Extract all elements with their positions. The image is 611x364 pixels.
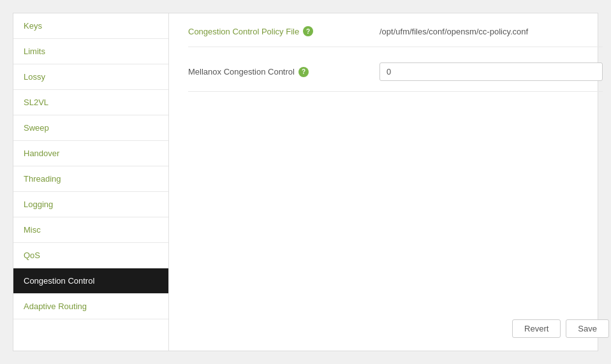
sidebar-item-adaptive-routing[interactable]: Adaptive Routing — [13, 294, 168, 319]
mellanox-cc-row: Mellanox Congestion Control ? — [188, 62, 603, 92]
mellanox-cc-help-icon[interactable]: ? — [298, 67, 309, 77]
footer-buttons: Revert Save — [512, 319, 609, 338]
mellanox-cc-value — [379, 62, 603, 81]
sidebar-item-logging[interactable]: Logging — [13, 192, 168, 217]
sidebar-item-sweep[interactable]: Sweep — [13, 115, 168, 141]
sidebar-item-qos[interactable]: QoS — [13, 243, 168, 268]
sidebar-item-misc[interactable]: Misc — [13, 217, 168, 243]
sidebar-item-congestion-control[interactable]: Congestion Control — [13, 268, 168, 294]
sidebar-item-limits[interactable]: Limits — [13, 39, 168, 64]
mellanox-cc-label: Mellanox Congestion Control ? — [188, 67, 379, 77]
content-area: Congestion Control Policy File ? /opt/uf… — [169, 13, 611, 351]
main-panel: Keys Limits Lossy SL2VL Sweep Handover T… — [13, 13, 598, 351]
policy-file-help-icon[interactable]: ? — [303, 26, 313, 36]
policy-file-value: /opt/ufm/files/conf/opensm/cc-policy.con… — [379, 27, 603, 36]
sidebar-item-keys[interactable]: Keys — [13, 13, 168, 39]
sidebar-item-lossy[interactable]: Lossy — [13, 64, 168, 90]
sidebar-item-threading[interactable]: Threading — [13, 166, 168, 192]
policy-file-row: Congestion Control Policy File ? /opt/uf… — [188, 26, 603, 47]
sidebar-item-sl2vl[interactable]: SL2VL — [13, 90, 168, 115]
app-container: Keys Limits Lossy SL2VL Sweep Handover T… — [0, 0, 611, 364]
sidebar-item-handover[interactable]: Handover — [13, 141, 168, 166]
policy-file-label: Congestion Control Policy File ? — [188, 26, 379, 36]
revert-button[interactable]: Revert — [512, 319, 561, 338]
save-button[interactable]: Save — [566, 319, 609, 338]
mellanox-cc-input[interactable] — [379, 62, 603, 81]
sidebar: Keys Limits Lossy SL2VL Sweep Handover T… — [13, 13, 169, 351]
